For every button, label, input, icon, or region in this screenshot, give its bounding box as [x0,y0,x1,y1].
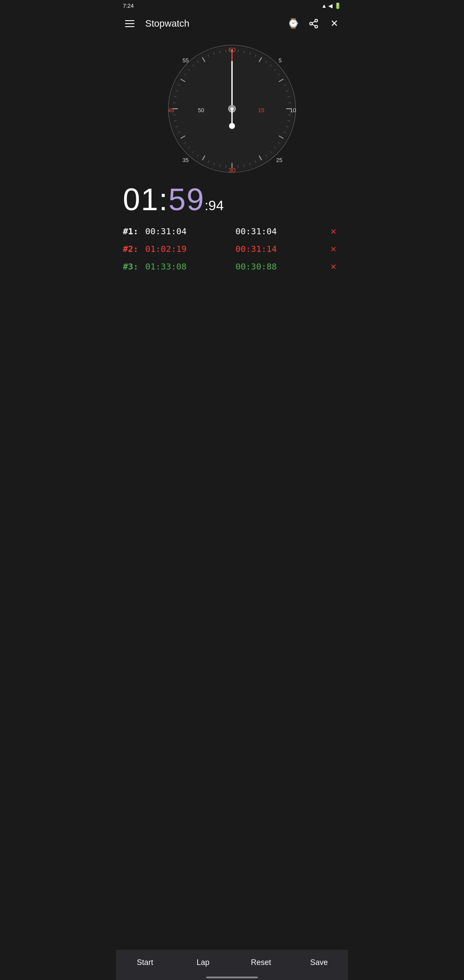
svg-line-3 [312,24,315,26]
lap-number: #2: [123,244,145,254]
svg-line-77 [226,50,226,52]
bottom-bar: Start Lap Reset Save [116,950,348,975]
svg-line-64 [173,103,176,103]
svg-line-4 [312,21,315,23]
lap-total: 01:33:08 [145,261,235,272]
clock-face: /* ticks rendered via JS below */ 60 5 1… [163,40,301,178]
save-button[interactable]: Save [290,950,348,975]
svg-text:55: 55 [183,57,189,64]
lap-delete-button[interactable]: ✕ [326,226,341,236]
status-icons: ▲ ◀ 🔋 [321,3,341,9]
clock-svg: /* ticks rendered via JS below */ 60 5 1… [163,40,301,178]
lap-split: 00:30:88 [235,261,326,272]
time-centiseconds: :94 [205,198,223,214]
close-button[interactable]: ✕ [326,15,343,32]
svg-text:50: 50 [198,107,204,113]
lap-number: #3: [123,261,145,272]
start-button[interactable]: Start [116,950,174,975]
lap-split: 00:31:14 [235,244,326,254]
reset-button[interactable]: Reset [232,950,290,975]
time-colon1: : [159,182,168,217]
watch-icon: ⌚ [287,18,299,29]
watch-button[interactable]: ⌚ [284,15,302,32]
lap-total: 00:31:04 [145,226,235,236]
time-hours: 01 [123,182,159,217]
nav-indicator [116,975,348,980]
status-bar: 7:24 ▲ ◀ 🔋 [116,0,348,12]
lap-row: #3: 01:33:08 00:30:88 ✕ [116,257,348,275]
svg-line-34 [288,115,291,115]
toolbar: Stopwatch ⌚ ✕ [116,12,348,36]
svg-text:15: 15 [258,107,264,113]
share-button[interactable] [305,15,322,32]
clock-container: /* ticks rendered via JS below */ 60 5 1… [116,36,348,178]
lap-row: #2: 01:02:19 00:31:14 ✕ [116,240,348,257]
lap-row: #1: 00:31:04 00:31:04 ✕ [116,222,348,240]
hamburger-icon [125,20,134,27]
svg-text:25: 25 [276,157,282,163]
nav-indicator-bar [206,977,258,978]
status-time: 7:24 [123,3,134,9]
svg-text:10: 10 [290,107,296,113]
lap-list: #1: 00:31:04 00:31:04 ✕ #2: 01:02:19 00:… [116,219,348,950]
svg-text:45: 45 [168,107,174,113]
close-icon: ✕ [330,18,338,29]
time-minutes: 59 [168,182,205,217]
lap-split: 00:31:04 [235,226,326,236]
lap-delete-button[interactable]: ✕ [326,243,341,254]
lap-number: #1: [123,226,145,236]
svg-point-83 [229,123,235,129]
svg-line-49 [226,165,226,168]
svg-line-47 [238,165,238,168]
svg-text:35: 35 [183,157,189,163]
svg-line-32 [288,103,291,103]
lap-button[interactable]: Lap [174,950,232,975]
page-title: Stopwatch [145,18,281,29]
svg-text:5: 5 [278,57,281,64]
share-icon [308,18,319,29]
menu-button[interactable] [121,15,138,32]
digital-time-display: 01 : 59 :94 [116,178,348,219]
lap-total: 01:02:19 [145,244,235,254]
svg-line-62 [173,115,176,115]
lap-delete-button[interactable]: ✕ [326,261,341,272]
svg-line-19 [238,50,238,52]
